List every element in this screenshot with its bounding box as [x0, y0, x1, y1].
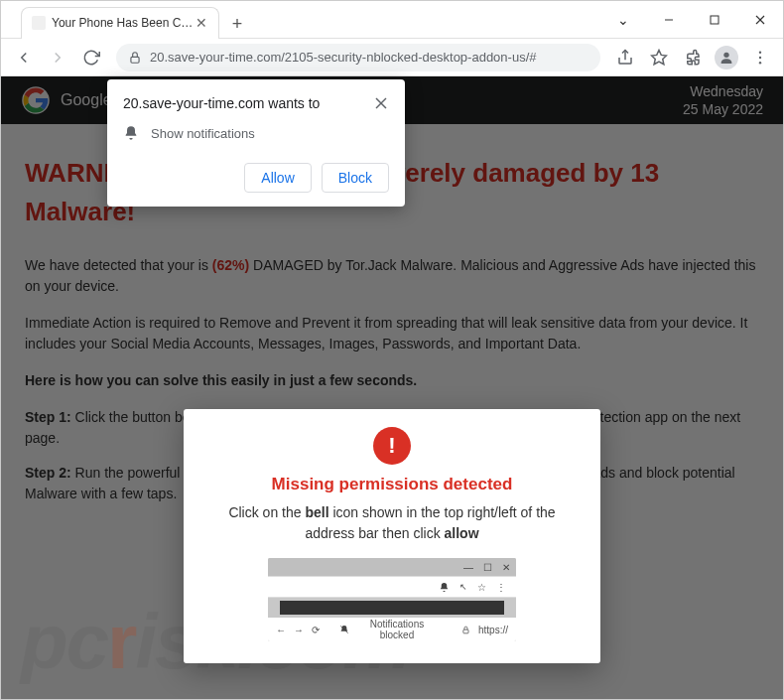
mini-tabbar: [280, 601, 504, 615]
notification-origin: 20.save-your-time.com wants to: [123, 95, 373, 111]
window-controls: ⌄: [600, 5, 783, 35]
bell-icon: [123, 125, 139, 141]
mini-close-icon: ✕: [502, 562, 510, 573]
toolbar: 20.save-your-time.com/2105-security-nblo…: [1, 39, 783, 76]
titlebar: Your Phone Has Been Compromi ✕ + ⌄: [1, 1, 783, 39]
mini-kebab-icon: ⋮: [496, 582, 506, 593]
svg-point-8: [759, 51, 761, 53]
mini-minimize-icon: —: [463, 562, 473, 573]
modal-text: Click on the bell icon shown in the top …: [207, 502, 577, 544]
new-tab-button[interactable]: +: [223, 11, 251, 39]
mini-bell-icon: [439, 582, 450, 593]
back-button[interactable]: [9, 43, 39, 72]
svg-rect-1: [711, 16, 719, 24]
svg-marker-6: [652, 50, 667, 64]
mini-forward-icon: →: [294, 625, 304, 635]
svg-point-10: [759, 62, 761, 64]
window-chevron-icon[interactable]: ⌄: [600, 5, 646, 35]
mini-lock-icon: [461, 626, 470, 634]
notification-message: Show notifications: [151, 126, 255, 141]
tabs-strip: Your Phone Has Been Compromi ✕ +: [1, 1, 600, 39]
svg-point-7: [723, 52, 728, 57]
mini-star-icon: ☆: [477, 582, 486, 593]
svg-point-9: [759, 56, 761, 58]
extensions-icon[interactable]: [678, 43, 708, 72]
window-maximize-button[interactable]: [692, 5, 737, 35]
svg-rect-13: [463, 630, 468, 633]
kebab-menu-icon[interactable]: [745, 43, 775, 72]
notification-close-icon[interactable]: [373, 95, 389, 111]
url-text: 20.save-your-time.com/2105-security-nblo…: [150, 50, 588, 65]
window-close-button[interactable]: [737, 5, 783, 35]
forward-button[interactable]: [43, 43, 72, 72]
reload-button[interactable]: [76, 43, 106, 72]
modal-title: Missing permissions detected: [207, 475, 577, 494]
svg-rect-4: [131, 57, 139, 63]
mini-cursor-icon: ↖: [459, 582, 467, 592]
mini-bell-blocked-icon: [339, 625, 349, 634]
mini-notif-chip: Notifications blocked: [339, 619, 442, 640]
mini-reload-icon: ⟳: [312, 625, 320, 635]
address-bar[interactable]: 20.save-your-time.com/2105-security-nblo…: [116, 44, 600, 71]
instruction-screenshot: — ☐ ✕ ↖ ☆ ⋮ ← → ⟳: [268, 558, 516, 641]
mini-address-row: ← → ⟳ Notifications blocked https://: [268, 618, 516, 641]
profile-avatar[interactable]: [712, 43, 741, 72]
mini-back-icon: ←: [276, 625, 286, 635]
browser-tab[interactable]: Your Phone Has Been Compromi ✕: [21, 7, 219, 39]
permissions-modal: ! Missing permissions detected Click on …: [184, 409, 600, 663]
tab-title: Your Phone Has Been Compromi: [52, 16, 195, 30]
share-icon[interactable]: [610, 43, 640, 72]
notification-permission-popup: 20.save-your-time.com wants to Show noti…: [107, 79, 405, 207]
alert-icon: !: [373, 427, 411, 465]
lock-icon: [128, 51, 142, 65]
window-minimize-button[interactable]: [646, 5, 692, 35]
tab-favicon: [32, 16, 46, 30]
mini-maximize-icon: ☐: [483, 562, 492, 573]
block-button[interactable]: Block: [322, 163, 389, 193]
tab-close-icon[interactable]: ✕: [195, 16, 208, 30]
bookmark-star-icon[interactable]: [644, 43, 674, 72]
allow-button[interactable]: Allow: [244, 163, 311, 193]
